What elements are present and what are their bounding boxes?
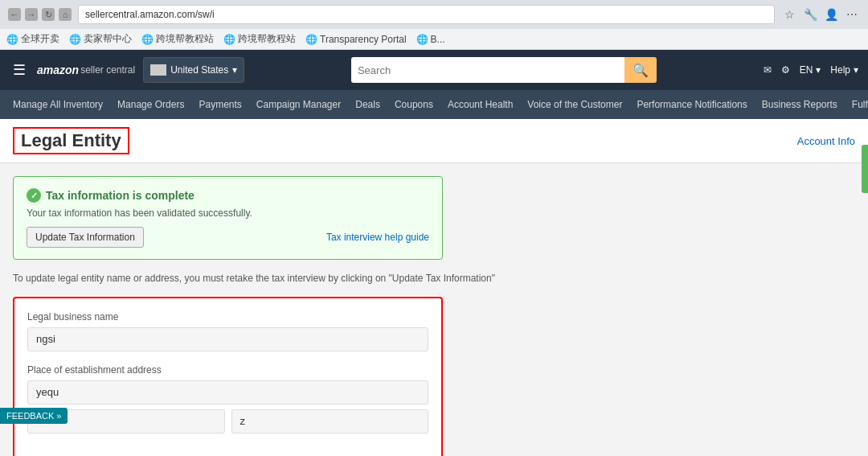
browser-icons: ☆ 🔧 👤 ⋯ bbox=[781, 6, 860, 23]
language-label: EN bbox=[800, 64, 813, 76]
notice-text: To update legal entity name or address, … bbox=[13, 273, 575, 284]
sidebar-item-manage-inventory[interactable]: Manage All Inventory bbox=[6, 90, 109, 119]
browser-bar: ← → ↻ ⌂ sellercentral.amazon.com/sw/i ☆ … bbox=[0, 0, 868, 29]
language-item[interactable]: EN ▾ bbox=[800, 64, 821, 76]
sidebar-item-manage-orders[interactable]: Manage Orders bbox=[111, 90, 190, 119]
main-content: ✓ Tax information is complete Your tax i… bbox=[0, 163, 868, 456]
bookmark-icon-3: 🌐 bbox=[141, 34, 154, 45]
legal-name-value: ngsi bbox=[27, 327, 428, 351]
bookmark-icon-1: 🌐 bbox=[6, 34, 18, 45]
page-title: Legal Entity bbox=[13, 127, 129, 154]
bookmark-1[interactable]: 🌐 全球开卖 bbox=[6, 32, 59, 46]
search-icon: 🔍 bbox=[633, 63, 649, 78]
address-text: sellercentral.amazon.com/sw/i bbox=[85, 9, 215, 20]
header-icons: ✉ ⚙ EN ▾ Help ▾ bbox=[764, 64, 858, 76]
help-chevron-icon: ▾ bbox=[854, 64, 858, 76]
hamburger-icon[interactable]: ☰ bbox=[10, 58, 29, 82]
nav-bar: Manage All Inventory Manage Orders Payme… bbox=[0, 90, 868, 119]
profile-icon[interactable]: 👤 bbox=[823, 6, 839, 23]
feedback-button[interactable]: FEEDBACK » bbox=[0, 408, 68, 424]
bookmark-transparency[interactable]: 🌐 Transparency Portal bbox=[305, 34, 407, 45]
menu-dots-icon[interactable]: ⋯ bbox=[844, 6, 860, 23]
amazon-header: ☰ amazon seller central United States ▾ … bbox=[0, 50, 868, 90]
search-button[interactable]: 🔍 bbox=[624, 57, 657, 83]
help-label: Help bbox=[830, 64, 850, 76]
refresh-button[interactable]: ↻ bbox=[42, 8, 55, 21]
tax-info-box: ✓ Tax information is complete Your tax i… bbox=[13, 176, 443, 260]
address-label: Place of establishment address bbox=[27, 364, 428, 376]
page-header: Legal Entity Account Info bbox=[0, 119, 868, 163]
tax-success-title: Tax information is complete bbox=[46, 189, 194, 202]
sidebar-item-business-reports[interactable]: Business Reports bbox=[755, 90, 844, 119]
legal-name-field: Legal business name ngsi bbox=[27, 311, 428, 351]
amazon-logo: amazon bbox=[37, 64, 79, 76]
update-tax-button[interactable]: Update Tax Information bbox=[27, 227, 144, 248]
sidebar-item-fulfillment[interactable]: Fulfillment bbox=[845, 90, 868, 119]
search-input[interactable] bbox=[351, 57, 624, 83]
message-icon-item[interactable]: ✉ bbox=[764, 64, 772, 76]
bookmark-3[interactable]: 🌐 跨境帮教程站 bbox=[141, 32, 214, 46]
search-bar: 🔍 bbox=[351, 57, 657, 83]
bookmark-icon-5: 🌐 bbox=[305, 34, 317, 45]
home-button[interactable]: ⌂ bbox=[59, 8, 72, 21]
green-side-indicator bbox=[862, 145, 868, 193]
sidebar-item-payments[interactable]: Payments bbox=[192, 90, 248, 119]
marketplace-chevron-icon: ▾ bbox=[232, 64, 237, 76]
address-line3-value: z bbox=[231, 409, 429, 433]
settings-icon-item[interactable]: ⚙ bbox=[781, 64, 790, 76]
help-item[interactable]: Help ▾ bbox=[830, 64, 858, 76]
marketplace-selector[interactable]: United States ▾ bbox=[143, 57, 244, 83]
legal-entity-form-box: Legal business name ngsi Place of establ… bbox=[13, 297, 443, 456]
tax-success-header: ✓ Tax information is complete bbox=[27, 188, 429, 203]
search-bar-container: 🔍 bbox=[252, 57, 755, 83]
extension-icon[interactable]: 🔧 bbox=[802, 6, 818, 23]
bookmarks-bar: 🌐 全球开卖 🌐 卖家帮中心 🌐 跨境帮教程站 🌐 跨境帮教程站 🌐 Trans… bbox=[0, 29, 868, 50]
sidebar-item-voice[interactable]: Voice of the Customer bbox=[521, 90, 628, 119]
bookmark-4[interactable]: 🌐 跨境帮教程站 bbox=[223, 32, 296, 46]
content-area: ✓ Tax information is complete Your tax i… bbox=[0, 163, 723, 456]
back-button[interactable]: ← bbox=[8, 8, 21, 21]
check-circle-icon: ✓ bbox=[27, 188, 41, 203]
sidebar-item-account-health[interactable]: Account Health bbox=[441, 90, 519, 119]
tax-box-footer: Update Tax Information Tax interview hel… bbox=[27, 227, 429, 248]
language-chevron-icon: ▾ bbox=[816, 64, 821, 76]
message-icon: ✉ bbox=[764, 64, 772, 76]
address-line1-value: yequ bbox=[27, 380, 428, 405]
amazon-logo-text: amazon bbox=[37, 64, 79, 76]
bookmark-b[interactable]: 🌐 B... bbox=[416, 34, 445, 45]
account-info-link[interactable]: Account Info bbox=[797, 135, 855, 147]
bookmark-icon-6: 🌐 bbox=[416, 34, 428, 45]
bookmark-icon-4: 🌐 bbox=[223, 34, 235, 45]
checkmark-icon: ✓ bbox=[31, 191, 38, 201]
settings-icon: ⚙ bbox=[781, 64, 790, 76]
tax-interview-link[interactable]: Tax interview help guide bbox=[326, 232, 429, 243]
address-bar[interactable]: sellercentral.amazon.com/sw/i bbox=[78, 5, 775, 24]
seller-central-label: seller central bbox=[80, 64, 135, 76]
bookmark-2[interactable]: 🌐 卖家帮中心 bbox=[69, 32, 132, 46]
sidebar-item-deals[interactable]: Deals bbox=[349, 90, 387, 119]
tax-success-description: Your tax information has been validated … bbox=[27, 207, 429, 219]
forward-button[interactable]: → bbox=[25, 8, 38, 21]
sidebar-item-campaign-manager[interactable]: Campaign Manager bbox=[250, 90, 347, 119]
bookmark-icon[interactable]: ☆ bbox=[781, 6, 797, 23]
bookmark-icon-2: 🌐 bbox=[69, 34, 81, 45]
browser-controls: ← → ↻ ⌂ bbox=[8, 8, 72, 21]
marketplace-label: United States bbox=[170, 64, 228, 76]
sidebar-item-performance[interactable]: Performance Notifications bbox=[630, 90, 753, 119]
address-row-2: z bbox=[27, 409, 428, 433]
sidebar-item-coupons[interactable]: Coupons bbox=[388, 90, 440, 119]
legal-name-label: Legal business name bbox=[27, 311, 428, 322]
address-field: Place of establishment address yequ z bbox=[27, 364, 428, 433]
